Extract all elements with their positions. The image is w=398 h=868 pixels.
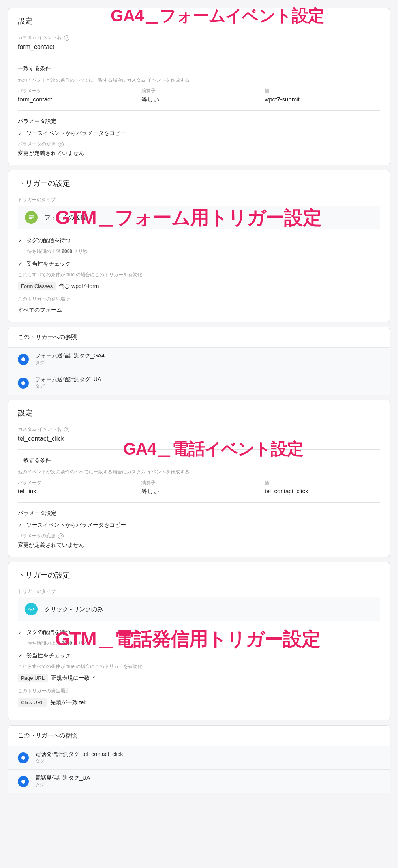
trigger-type-value: クリック - リンクのみ (45, 606, 103, 613)
param-value: form_contact (18, 96, 133, 103)
custom-event-value: form_contact (18, 43, 380, 51)
param-change-label: パラメータの変更 ? (18, 533, 380, 539)
match-desc: 他のイベントが次の条件のすべてに一致する場合にカスタム イベントを作成する (18, 77, 380, 84)
tag-icon (18, 776, 29, 787)
match-desc: 他のイベントが次の条件のすべてに一致する場合にカスタム イベントを作成する (18, 469, 380, 475)
chip-form-classes: Form Classes (18, 282, 56, 290)
trigger-type-box[interactable]: クリック - リンクのみ (18, 597, 380, 621)
ref-sub: タグ (35, 758, 123, 765)
chip-regex: 正規表現に一致 .* (51, 675, 95, 682)
wait-time-text: 待ち時間の上限 2000 ミリ秒 (27, 248, 380, 255)
link-click-icon (25, 603, 38, 615)
op-value: 等しい (141, 488, 257, 495)
trigger-location-label: このトリガーの発生場所 (18, 688, 380, 694)
trigger-settings-heading: トリガーの設定 (18, 178, 380, 189)
condition-header-row: パラメータ form_contact 演算子 等しい 値 wpcf7-submi… (18, 88, 380, 103)
help-icon[interactable]: ? (58, 142, 64, 147)
param-change-value: 変更が定義されていません (18, 150, 380, 157)
ref-title: 電話発信計測タグ_UA (35, 774, 90, 782)
enable-label: これらすべての条件が true の場合にこのトリガーを有効化 (18, 663, 380, 670)
copy-params-text: ソースイベントからパラメータをコピー (26, 522, 126, 529)
trigger-settings-heading: トリガーの設定 (18, 570, 380, 580)
ref-title: フォーム送信計測タグ_GA4 (35, 352, 105, 359)
condition-header-row: パラメータ tel_link 演算子 等しい 値 tel_contact_cli… (18, 479, 380, 495)
trigger-type-label: トリガーのタイプ (18, 196, 380, 203)
check-icon: ✓ (18, 238, 23, 244)
ga4-tel-event-panel: 設定 カスタム イベント名 ? tel_contact_click 一致する条件… (8, 400, 390, 557)
op-label: 演算子 (141, 479, 257, 486)
overlay-title-1: GA4＿フォームイベント設定 (111, 5, 324, 27)
param-label: パラメータ (18, 479, 133, 486)
reference-item[interactable]: 電話発信計測タグ_UA タグ (8, 769, 390, 793)
check-icon: ✓ (18, 629, 23, 636)
check-icon: ✓ (18, 522, 23, 528)
wait-t3: ミリ秒 (72, 249, 88, 254)
trigger-references-panel-1: このトリガーへの参照 フォーム送信計測タグ_GA4 タグ フォーム送信計測タグ_… (8, 327, 390, 395)
tag-icon (18, 354, 29, 365)
val-label: 値 (265, 479, 380, 486)
tag-icon (18, 752, 29, 763)
ga4-form-event-panel: 設定 カスタム イベント名 ? form_contact 一致する条件 他のイベ… (8, 8, 390, 165)
overlay-title-3: GA4＿電話イベント設定 (123, 438, 303, 460)
chip-starts-with: 先頭が一致 tel: (50, 699, 87, 706)
param-settings-heading: パラメータ設定 (18, 510, 380, 517)
reference-item[interactable]: フォーム送信計測タグ_UA タグ (8, 371, 390, 395)
trigger-location-label: このトリガーの発生場所 (18, 296, 380, 303)
op-value: 等しい (141, 96, 257, 103)
references-heading: このトリガーへの参照 (8, 726, 390, 746)
param-change-label: パラメータの変更 ? (18, 141, 380, 148)
copy-params-text: ソースイベントからパラメータをコピー (26, 130, 126, 137)
label-text: カスタム イベント名 (18, 34, 62, 41)
condition-chips: Form Classes 含む wpcf7-form (18, 282, 380, 290)
val-label: 値 (265, 88, 380, 94)
copy-params-item: ✓ ソースイベントからパラメータをコピー (18, 522, 380, 529)
help-icon[interactable]: ? (58, 533, 64, 539)
param-change-value: 変更が定義されていません (18, 542, 380, 549)
chip-contains: 含む wpcf7-form (59, 283, 99, 290)
validate-item: ✓ 妥当性をチェック (18, 260, 380, 268)
validate-text: 妥当性をチェック (26, 652, 71, 659)
check-icon: ✓ (18, 653, 23, 659)
condition-chips: Page URL 正規表現に一致 .* (18, 674, 380, 682)
ref-title: フォーム送信計測タグ_UA (35, 376, 101, 383)
val-value: tel_contact_click (265, 488, 380, 494)
validate-text: 妥当性をチェック (26, 260, 71, 268)
match-conditions-heading: 一致する条件 (18, 65, 380, 72)
overlay-title-2: GTM＿フォーム用トリガー設定 (55, 205, 321, 230)
ref-sub: タグ (35, 359, 105, 366)
wait-t1: 待ち時間の上限 (27, 249, 62, 254)
references-heading: このトリガーへの参照 (8, 327, 390, 347)
ref-title: 電話発信計測タグ_tel_contact_click (35, 751, 123, 758)
location-chips: Click URL 先頭が一致 tel: (18, 698, 380, 707)
gtm-form-trigger-panel: トリガーの設定 トリガーのタイプ フォームの送信 ✓ タグの配信を待つ 待ち時間… (8, 170, 390, 322)
reference-item[interactable]: 電話発信計測タグ_tel_contact_click タグ (8, 746, 390, 769)
tag-icon (18, 378, 29, 389)
label-text: カスタム イベント名 (18, 426, 62, 433)
trigger-location-value: すべてのフォーム (18, 307, 380, 314)
help-icon[interactable]: ? (64, 35, 69, 41)
wait-tag-item: ✓ タグの配信を待つ (18, 237, 380, 244)
form-submit-icon (25, 211, 38, 224)
label-text: パラメータの変更 (18, 533, 56, 539)
settings-heading: 設定 (18, 408, 380, 418)
param-value: tel_link (18, 488, 133, 494)
wait-t2: 2000 (62, 249, 72, 254)
wait-tag-text: タグの配信を待つ (26, 237, 71, 244)
divider (18, 110, 380, 111)
divider (18, 502, 380, 503)
overlay-title-4: GTM＿電話発信用トリガー設定 (55, 627, 320, 652)
enable-label: これらすべての条件が true の場合にこのトリガーを有効化 (18, 271, 380, 278)
ref-sub: タグ (35, 782, 90, 788)
reference-item[interactable]: フォーム送信計測タグ_GA4 タグ (8, 347, 390, 371)
chip-click-url: Click URL (18, 698, 47, 707)
divider (18, 58, 380, 58)
chip-page-url: Page URL (18, 674, 48, 682)
check-icon: ✓ (18, 130, 23, 137)
trigger-references-panel-2: このトリガーへの参照 電話発信計測タグ_tel_contact_click タグ… (8, 725, 390, 793)
param-label: パラメータ (18, 88, 133, 94)
custom-event-label: カスタム イベント名 ? (18, 34, 380, 41)
copy-params-item: ✓ ソースイベントからパラメータをコピー (18, 130, 380, 137)
label-text: パラメータの変更 (18, 141, 56, 148)
help-icon[interactable]: ? (64, 427, 69, 432)
op-label: 演算子 (141, 88, 257, 94)
